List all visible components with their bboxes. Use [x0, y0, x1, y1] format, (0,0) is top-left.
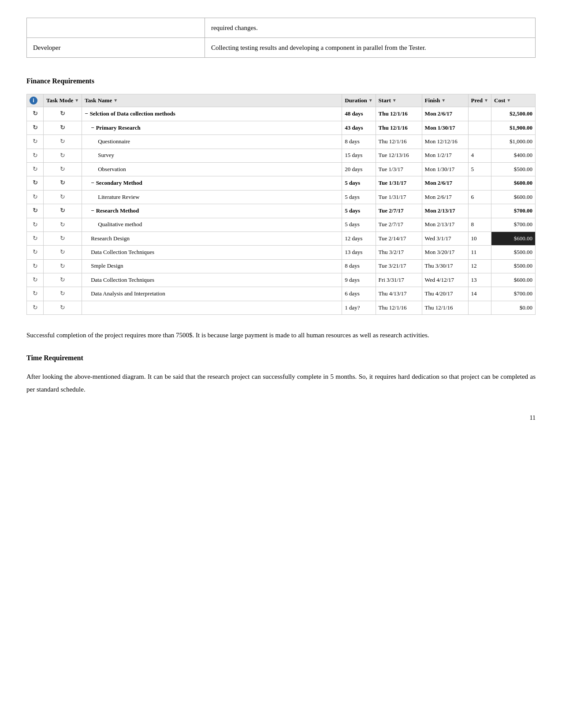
start-cell: Thu 4/13/17 [376, 287, 422, 301]
task-mode-cell: ↻ [27, 259, 44, 273]
duration-cell: 6 days [342, 287, 376, 301]
pred-cell [468, 107, 491, 121]
task-name-cell: Survey [82, 149, 342, 162]
task-mode-icon: ↻ [33, 247, 38, 257]
task-name-cell: Research Design [82, 231, 342, 245]
task-mode-icon: ↻ [33, 123, 38, 133]
pred-cell: 8 [468, 218, 491, 231]
task-mode-icon: ↻ [33, 206, 38, 216]
task-mode-icon: ↻ [33, 178, 38, 188]
task-name-cell: Observation [82, 162, 342, 176]
roles-table: required changes. Developer Collecting t… [26, 18, 536, 58]
task-mode-sort-icon[interactable]: ▼ [74, 97, 79, 104]
duration-cell: 5 days [342, 218, 376, 231]
task-mode-cell: ↻ [27, 218, 44, 231]
table-row: ↻ ↻ Qualitative method 5 days Tue 2/7/17… [27, 218, 536, 231]
task-icon: ↻ [60, 123, 65, 133]
role-cell: Developer [27, 38, 205, 58]
finish-cell: Thu 3/30/17 [422, 259, 468, 273]
task-name-sort-icon[interactable]: ▼ [113, 97, 118, 104]
duration-cell: 48 days [342, 107, 376, 121]
task-mode-cell: ↻ [27, 190, 44, 204]
table-row: ↻ ↻ Observation 20 days Tue 1/3/17 Mon 1… [27, 162, 536, 176]
th-task-name: Task Name ▼ [82, 94, 342, 107]
time-section: Time Requirement After looking the above… [26, 352, 536, 396]
finish-cell: Mon 1/30/17 [422, 121, 468, 134]
task-name-cell [82, 301, 342, 314]
pred-cell [468, 301, 491, 314]
duration-cell: 12 days [342, 231, 376, 245]
task-name-cell: Smple Design [82, 259, 342, 273]
task-name-cell: −Secondary Method [82, 176, 342, 190]
start-cell: Tue 12/13/16 [376, 149, 422, 162]
finish-cell: Mon 2/13/17 [422, 218, 468, 231]
finish-sort-icon[interactable]: ▼ [441, 97, 446, 104]
task-icon: ↻ [60, 247, 65, 257]
start-cell: Tue 3/21/17 [376, 259, 422, 273]
role-cell [27, 18, 205, 38]
task-mode-cell2: ↻ [44, 231, 82, 245]
pred-cell [468, 121, 491, 134]
start-cell: Tue 1/3/17 [376, 162, 422, 176]
task-mode-cell: ↻ [27, 121, 44, 134]
task-name-cell: Qualitative method [82, 218, 342, 231]
task-icon: ↻ [60, 151, 65, 161]
task-mode-icon: ↻ [33, 303, 38, 313]
table-row: ↻ ↻ Research Design 12 days Tue 2/14/17 … [27, 231, 536, 245]
task-mode-icon: ↻ [33, 137, 38, 146]
duration-sort-icon[interactable]: ▼ [368, 97, 373, 104]
task-mode-cell2: ↻ [44, 204, 82, 218]
task-mode-cell2: ↻ [44, 162, 82, 176]
duration-cell: 8 days [342, 259, 376, 273]
cost-cell: $500.00 [491, 246, 536, 259]
start-sort-icon[interactable]: ▼ [392, 97, 397, 104]
description-cell: required changes. [205, 18, 535, 38]
finish-cell: Mon 2/6/17 [422, 176, 468, 190]
table-row: ↻ ↻ Data Collection Techniques 13 days T… [27, 246, 536, 259]
task-name-cell: Data Analysis and Interpretation [82, 287, 342, 301]
table-row: ↻ ↻ 1 day? Thu 12/1/16 Thu 12/1/16 $0.00 [27, 301, 536, 314]
pred-cell [468, 204, 491, 218]
cost-cell: $600.00 [491, 176, 536, 190]
task-icon: ↻ [60, 137, 65, 146]
start-cell: Tue 2/7/17 [376, 218, 422, 231]
task-mode-cell: ↻ [27, 149, 44, 162]
cost-sort-icon[interactable]: ▼ [506, 97, 511, 104]
task-mode-cell2: ↻ [44, 246, 82, 259]
th-info: i [27, 94, 44, 107]
cost-cell: $700.00 [491, 204, 536, 218]
task-mode-cell2: ↻ [44, 135, 82, 149]
task-mode-icon: ↻ [33, 261, 38, 271]
cost-cell: $700.00 [491, 287, 536, 301]
table-row: ↻ ↻ Data Collection Techniques 9 days Fr… [27, 273, 536, 287]
cost-cell: $700.00 [491, 218, 536, 231]
start-cell: Thu 3/2/17 [376, 246, 422, 259]
task-icon: ↻ [60, 192, 65, 202]
finish-cell: Mon 1/2/17 [422, 149, 468, 162]
task-icon: ↻ [60, 164, 65, 174]
pred-sort-icon[interactable]: ▼ [484, 97, 488, 104]
table-row: ↻ ↻ −Secondary Method 5 days Tue 1/31/17… [27, 176, 536, 190]
cost-cell: $600.00 [491, 273, 536, 287]
task-name-cell: Literature Review [82, 190, 342, 204]
duration-cell: 5 days [342, 176, 376, 190]
task-mode-cell: ↻ [27, 162, 44, 176]
task-icon: ↻ [60, 289, 65, 299]
th-cost: Cost ▼ [491, 94, 536, 107]
roles-row: Developer Collecting testing results and… [27, 38, 536, 58]
task-icon: ↻ [60, 220, 65, 230]
task-mode-cell: ↻ [27, 231, 44, 245]
task-mode-cell: ↻ [27, 135, 44, 149]
task-mode-cell2: ↻ [44, 259, 82, 273]
th-finish: Finish ▼ [422, 94, 468, 107]
cost-cell: $400.00 [491, 149, 536, 162]
duration-cell: 43 days [342, 121, 376, 134]
finish-cell: Mon 2/6/17 [422, 190, 468, 204]
pred-cell: 4 [468, 149, 491, 162]
task-mode-cell2: ↻ [44, 107, 82, 121]
duration-cell: 15 days [342, 149, 376, 162]
description-cell: Collecting testing results and developin… [205, 38, 535, 58]
task-name-cell: Questionnaire [82, 135, 342, 149]
finish-cell: Wed 3/1/17 [422, 231, 468, 245]
info-icon: i [30, 97, 37, 105]
